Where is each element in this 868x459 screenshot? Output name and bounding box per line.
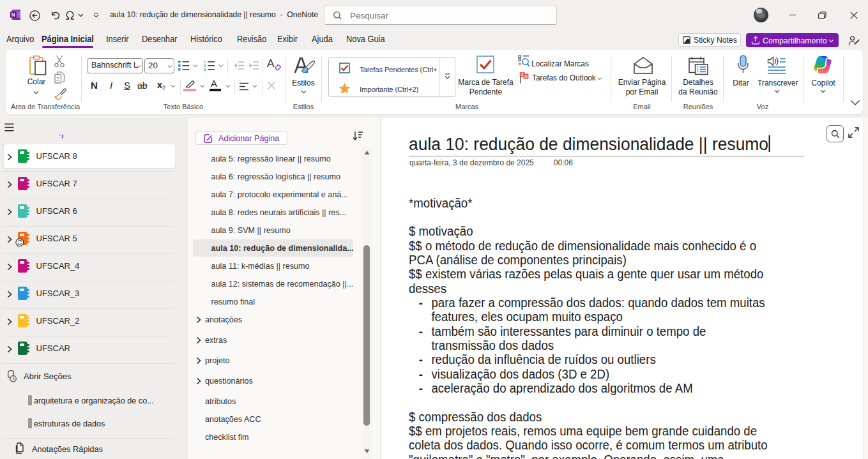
svg-text:3: 3 [204,68,206,71]
svg-text:N: N [11,12,15,18]
